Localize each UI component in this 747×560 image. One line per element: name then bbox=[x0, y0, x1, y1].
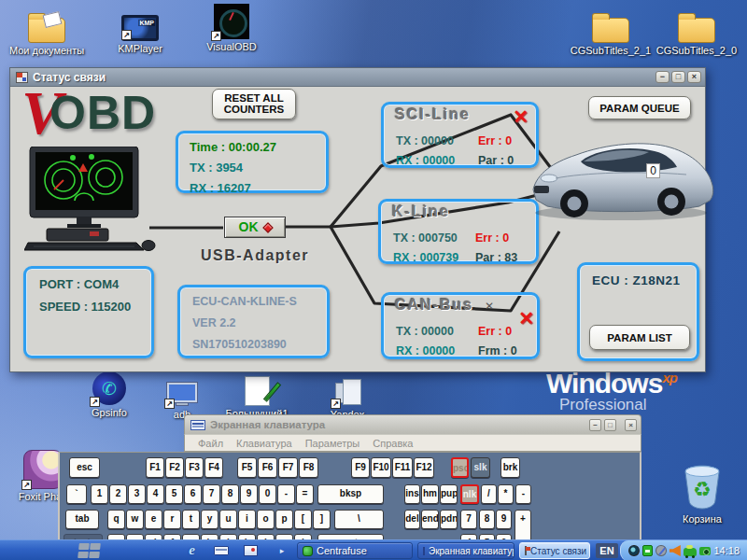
key-6[interactable]: 6 bbox=[184, 484, 202, 504]
key-3[interactable]: 3 bbox=[128, 484, 146, 504]
key-f3[interactable]: F3 bbox=[185, 457, 204, 478]
key-equals[interactable]: = bbox=[296, 484, 314, 504]
key-end[interactable]: end bbox=[421, 510, 439, 529]
key-7[interactable]: 7 bbox=[203, 484, 220, 504]
close-button[interactable]: × bbox=[687, 71, 701, 83]
menu-file[interactable]: Файл bbox=[198, 438, 223, 449]
task-centrafuse[interactable]: Centrafuse bbox=[297, 542, 413, 559]
desktop-icon-cgsubtitles-2-1[interactable]: CGSubTitles_2_1 bbox=[562, 6, 659, 56]
desktop-icon-visualobd[interactable]: ↗ VisualOBD bbox=[193, 2, 270, 52]
tray-lens-icon[interactable] bbox=[628, 545, 640, 556]
key-1[interactable]: 1 bbox=[91, 484, 108, 504]
visualobd-icon: ↗ bbox=[214, 4, 249, 39]
key-asterisk[interactable]: * bbox=[498, 484, 514, 504]
key-rbracket[interactable]: ] bbox=[313, 510, 331, 529]
key-hm[interactable]: hm bbox=[421, 484, 439, 504]
menu-help[interactable]: Справка bbox=[373, 438, 413, 449]
param-queue-button[interactable]: PARAM QUEUE bbox=[588, 96, 691, 119]
key-8[interactable]: 8 bbox=[221, 484, 239, 504]
key-minus[interactable]: - bbox=[515, 484, 531, 504]
osk-maximize-button[interactable]: □ bbox=[604, 419, 616, 431]
recycle-bin-icon: ♻ bbox=[680, 459, 725, 511]
usb-adapter-ok-button[interactable]: OK bbox=[224, 217, 286, 238]
key-nlk[interactable]: nlk bbox=[460, 484, 479, 504]
key-esc[interactable]: esc bbox=[69, 457, 100, 478]
key-brk[interactable]: brk bbox=[500, 457, 520, 478]
key-bksp[interactable]: bksp bbox=[317, 484, 384, 504]
key-f2[interactable]: F2 bbox=[165, 457, 184, 478]
key-ins[interactable]: ins bbox=[404, 484, 420, 504]
key-u[interactable]: u bbox=[219, 510, 237, 529]
osk-minimize-button[interactable]: − bbox=[589, 419, 601, 431]
key-slash[interactable]: / bbox=[481, 484, 497, 504]
quicklaunch-expand-icon[interactable]: ▸ bbox=[277, 543, 287, 558]
key-y[interactable]: y bbox=[201, 510, 218, 529]
tray-volume-icon[interactable] bbox=[669, 545, 681, 556]
reset-counters-button[interactable]: RESET ALLCOUNTERS bbox=[212, 89, 296, 119]
key-pdn[interactable]: pdn bbox=[440, 510, 458, 529]
clock[interactable]: 14:18 bbox=[713, 545, 747, 556]
key-2[interactable]: 2 bbox=[109, 484, 127, 504]
key-f12[interactable]: F12 bbox=[414, 457, 434, 478]
key-5[interactable]: 5 bbox=[165, 484, 183, 504]
key-w[interactable]: w bbox=[126, 510, 144, 529]
desktop-icon-adb[interactable]: ↗ adb bbox=[154, 370, 210, 420]
key-0[interactable]: 0 bbox=[259, 484, 276, 504]
task-onscreen-keyboard[interactable]: Экранная клавиатура bbox=[417, 542, 514, 559]
key-f9[interactable]: F9 bbox=[351, 457, 370, 478]
key-e[interactable]: e bbox=[145, 510, 162, 529]
menu-keyboard[interactable]: Клавиатура bbox=[236, 438, 292, 449]
key-slk[interactable]: slk bbox=[471, 457, 490, 478]
desktop-icon-document1[interactable]: Большущий1 bbox=[215, 369, 299, 419]
key-9[interactable]: 9 bbox=[240, 484, 258, 504]
desktop-icon-yandex[interactable]: ↗ Yandex bbox=[317, 370, 377, 420]
key-7[interactable]: 7 bbox=[460, 510, 477, 529]
key-tab[interactable]: tab bbox=[65, 510, 99, 529]
key-f8[interactable]: F8 bbox=[299, 457, 318, 478]
tray-muted-volume-icon[interactable] bbox=[655, 545, 667, 556]
desktop-icon-recycle-bin[interactable]: ♻ Корзина bbox=[669, 457, 736, 525]
key-psc[interactable]: psc bbox=[451, 457, 469, 478]
maximize-button[interactable]: □ bbox=[671, 71, 685, 83]
osk-title-bar[interactable]: Экранная клавиатура − □ × bbox=[184, 414, 641, 434]
param-list-button[interactable]: PARAM LIST bbox=[589, 325, 690, 350]
key-i[interactable]: i bbox=[238, 510, 256, 529]
key-backtick[interactable]: ` bbox=[66, 484, 87, 504]
key-f4[interactable]: F4 bbox=[204, 457, 223, 478]
task-status-svyazi[interactable]: Статус связи bbox=[519, 542, 590, 559]
key-o[interactable]: o bbox=[257, 510, 275, 529]
key-8[interactable]: 8 bbox=[479, 510, 495, 529]
key-9[interactable]: 9 bbox=[496, 510, 512, 529]
desktop-icon-gpsinfo[interactable]: ✆↗ Gpsinfo bbox=[79, 368, 139, 418]
key-r[interactable]: r bbox=[163, 510, 181, 529]
key-p[interactable]: p bbox=[275, 510, 293, 529]
start-button[interactable] bbox=[78, 543, 102, 558]
language-indicator[interactable]: EN bbox=[596, 543, 618, 558]
tray-car-icon[interactable] bbox=[684, 548, 697, 556]
desktop-icon-my-documents[interactable]: Мои документы bbox=[6, 6, 88, 56]
key-4[interactable]: 4 bbox=[147, 484, 164, 504]
key-f5[interactable]: F5 bbox=[237, 457, 257, 478]
quicklaunch-keyboard-icon[interactable] bbox=[214, 543, 230, 558]
key-f10[interactable]: F10 bbox=[371, 457, 391, 478]
desktop-icon-kmplayer[interactable]: KMP↗ KMPlayer bbox=[105, 4, 176, 54]
key-f6[interactable]: F6 bbox=[258, 457, 277, 478]
quicklaunch-ie-icon[interactable]: e bbox=[184, 543, 200, 558]
key-lbracket[interactable]: [ bbox=[294, 510, 312, 529]
osk-close-button[interactable]: × bbox=[625, 419, 637, 431]
tray-camera-icon[interactable] bbox=[699, 547, 711, 555]
key-backslash[interactable]: \ bbox=[334, 510, 384, 529]
key-f7[interactable]: F7 bbox=[278, 457, 298, 478]
key-pup[interactable]: pup bbox=[440, 484, 458, 504]
key-minus[interactable]: - bbox=[277, 484, 295, 504]
key-q[interactable]: q bbox=[107, 510, 125, 529]
minimize-button[interactable]: − bbox=[655, 71, 669, 83]
key-del[interactable]: del bbox=[404, 510, 420, 529]
key-t[interactable]: t bbox=[182, 510, 200, 529]
key-f11[interactable]: F11 bbox=[392, 457, 413, 478]
key-f1[interactable]: F1 bbox=[146, 457, 164, 478]
quicklaunch-media-icon[interactable] bbox=[244, 543, 260, 558]
menu-options[interactable]: Параметры bbox=[305, 438, 360, 449]
desktop-icon-cgsubtitles-2-0[interactable]: CGSubTitles_2_0 bbox=[648, 6, 745, 56]
tray-keyboard-icon[interactable] bbox=[642, 545, 654, 556]
